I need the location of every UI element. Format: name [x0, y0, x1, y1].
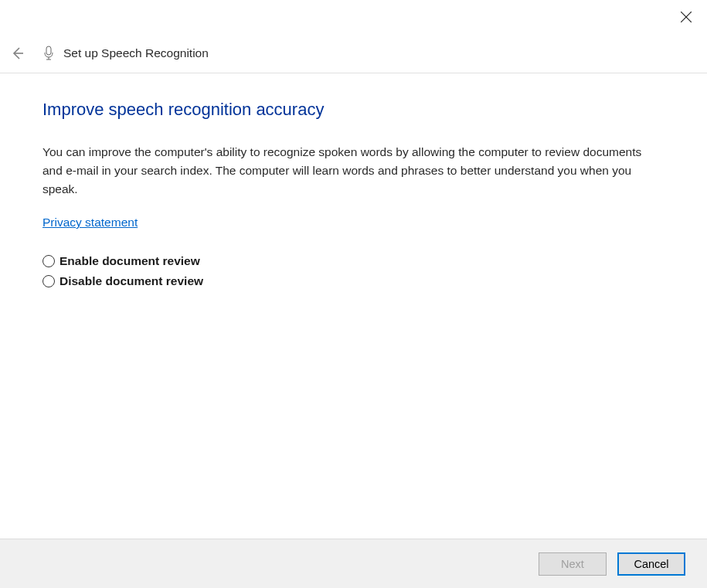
wizard-header: Set up Speech Recognition [0, 33, 707, 73]
enable-document-review-radio[interactable]: Enable document review [42, 254, 665, 268]
radio-label: Enable document review [59, 254, 200, 268]
radio-label: Disable document review [59, 274, 203, 288]
wizard-title: Set up Speech Recognition [63, 46, 209, 60]
next-button[interactable]: Next [539, 552, 607, 576]
back-arrow-icon [10, 46, 25, 61]
page-description: You can improve the computer's ability t… [42, 143, 665, 199]
content-area: Improve speech recognition accuracy You … [0, 73, 707, 288]
microphone-icon [42, 46, 56, 61]
svg-rect-3 [46, 46, 51, 55]
page-heading: Improve speech recognition accuracy [42, 100, 665, 120]
wizard-footer: Next Cancel [0, 539, 707, 588]
radio-icon [42, 275, 55, 287]
back-button[interactable] [8, 43, 28, 63]
close-button[interactable] [677, 8, 695, 26]
cancel-button[interactable]: Cancel [617, 552, 685, 576]
close-icon [681, 12, 692, 22]
radio-icon [42, 255, 55, 267]
privacy-statement-link[interactable]: Privacy statement [42, 216, 138, 229]
title-bar [0, 0, 707, 33]
document-review-radio-group: Enable document review Disable document … [42, 254, 665, 288]
disable-document-review-radio[interactable]: Disable document review [42, 274, 665, 288]
